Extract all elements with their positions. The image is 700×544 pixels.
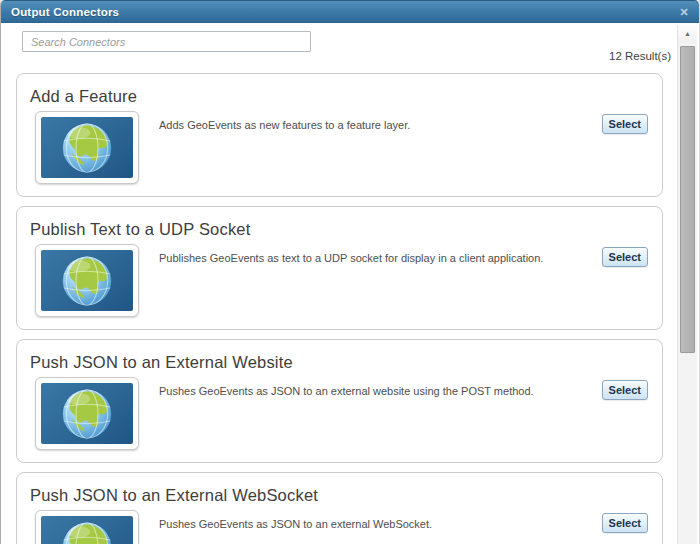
- connector-thumbnail: [35, 244, 139, 317]
- connector-title: Push JSON to an External WebSocket: [30, 485, 648, 505]
- vertical-scrollbar[interactable]: ▲: [677, 25, 697, 544]
- select-button[interactable]: Select: [602, 247, 648, 267]
- globe-icon: [60, 121, 114, 175]
- select-button[interactable]: Select: [602, 380, 648, 400]
- scrollbar-thumb[interactable]: [680, 46, 695, 353]
- connector-card: Push JSON to an External Website: [16, 339, 663, 463]
- globe-icon: [60, 520, 114, 544]
- connector-card: Add a Feature: [16, 73, 663, 197]
- close-icon[interactable]: ✕: [677, 5, 691, 19]
- dialog-title: Output Connectors: [11, 6, 119, 18]
- connector-title: Publish Text to a UDP Socket: [30, 219, 648, 239]
- results-count: 12 Result(s): [609, 50, 671, 62]
- search-input[interactable]: [22, 31, 311, 52]
- dialog-titlebar[interactable]: Output Connectors ✕: [1, 0, 699, 23]
- connector-description: Adds GeoEvents as new features to a feat…: [159, 118, 584, 132]
- connector-list: Add a Feature: [16, 73, 663, 544]
- connector-card: Push JSON to an External WebSocket: [16, 472, 663, 544]
- connector-description: Publishes GeoEvents as text to a UDP soc…: [159, 251, 584, 265]
- connector-description: Pushes GeoEvents as JSON to an external …: [159, 384, 584, 398]
- connector-description: Pushes GeoEvents as JSON to an external …: [159, 517, 584, 531]
- connector-thumbnail: [35, 111, 139, 184]
- connector-title: Add a Feature: [30, 86, 648, 106]
- connector-card: Publish Text to a UDP Socket: [16, 206, 663, 330]
- connector-title: Push JSON to an External Website: [30, 352, 648, 372]
- scroll-up-icon[interactable]: ▲: [678, 25, 697, 43]
- select-button[interactable]: Select: [602, 513, 648, 533]
- connector-thumbnail: [35, 510, 139, 544]
- connector-thumbnail: [35, 377, 139, 450]
- globe-icon: [60, 254, 114, 308]
- globe-icon: [60, 387, 114, 441]
- output-connectors-dialog: Output Connectors ✕ 12 Result(s) Add a F…: [0, 0, 700, 544]
- select-button[interactable]: Select: [602, 114, 648, 134]
